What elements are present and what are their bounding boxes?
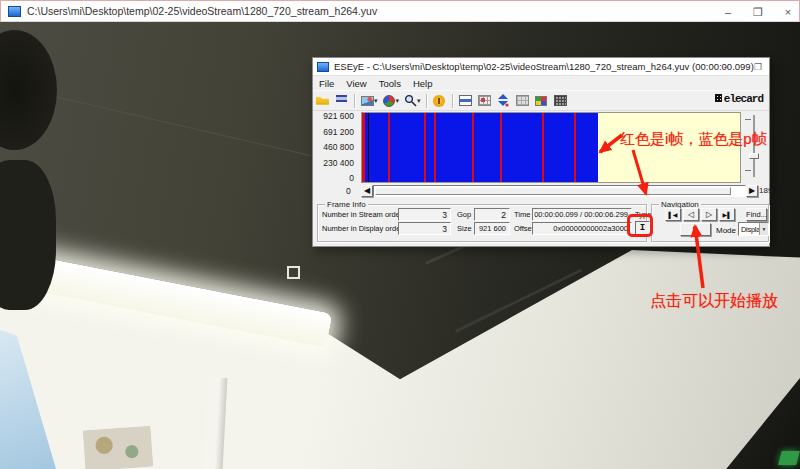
display-order-label: Number in Display order [322, 224, 403, 233]
p-frames-region [362, 113, 598, 182]
size-value: 921 600 [474, 222, 510, 235]
video-person-shoulder [0, 160, 56, 310]
gop-label: Gop [457, 210, 471, 219]
video-poster [83, 426, 154, 469]
i-frame-line [362, 113, 365, 182]
color-wheel-icon [383, 95, 395, 107]
grid-gray-icon [516, 95, 529, 106]
y-tick-label: 460 800 [323, 143, 354, 152]
i-frame-line [574, 113, 576, 182]
maximize-button[interactable]: ❐ [745, 1, 771, 23]
display-order-value: 3 [398, 222, 451, 235]
time-label: Time [514, 210, 530, 219]
back-window-title: C:\Users\mi\Desktop\temp\02-25\videoStre… [27, 5, 377, 17]
menu-help[interactable]: Help [407, 78, 439, 89]
eseye-app-icon [317, 62, 329, 72]
chevron-down-icon[interactable]: ▾ [396, 97, 400, 105]
gop-value: 2 [474, 208, 510, 221]
y-tick-label: 0 [349, 174, 354, 183]
i-frame-line [388, 113, 390, 182]
menu-view[interactable]: View [340, 78, 372, 89]
stream-order-label: Number in Stream order [322, 210, 402, 219]
i-frame-line [424, 113, 426, 182]
mode-value: Display [739, 225, 759, 234]
toolbar-separator [426, 94, 427, 108]
pan-icon[interactable] [494, 92, 513, 109]
eseye-window: ESEyE - C:\Users\mi\Desktop\temp\02-25\v… [312, 57, 770, 247]
time-value: 00:00:00.099 / 00:00:06.299 [532, 208, 632, 221]
scroll-right-button[interactable]: ▶ [746, 185, 758, 197]
eseye-toolbar: ▾ ▾ ▾ [313, 90, 769, 111]
split-view-icon[interactable] [456, 92, 475, 109]
offset-label: Offset [514, 224, 534, 233]
info-circle-icon [433, 95, 445, 107]
eseye-maximize-button[interactable]: ❐ [749, 58, 767, 76]
desktop: C:\Users\mi\Desktop\temp\02-25\videoStre… [0, 0, 800, 469]
color-blocks-icon[interactable] [532, 92, 551, 109]
dense-grid-icon [554, 95, 567, 106]
x-axis-start-label: 0 [346, 186, 351, 196]
frame-info-group: Frame Info Number in Stream order 3 Gop … [317, 204, 647, 242]
back-window-titlebar: C:\Users\mi\Desktop\temp\02-25\videoStre… [0, 0, 800, 22]
stream-order-value: 3 [398, 208, 451, 221]
go-last-button[interactable]: ▶▌ [719, 208, 735, 221]
folder-icon [316, 95, 329, 106]
blocks-view-icon[interactable] [513, 92, 532, 109]
video-selection-square [287, 266, 300, 279]
size-label: Size [457, 224, 472, 233]
video-exit-sign [778, 451, 800, 465]
find-button[interactable]: Find... [746, 208, 767, 221]
y-tick-label: 921 600 [323, 112, 354, 121]
mode-combobox[interactable]: Display ▼ [738, 222, 769, 236]
grid-red-icon [478, 95, 491, 106]
annotation-frames-note: 红色是i帧，蓝色是p帧 [620, 130, 767, 149]
floppy-icon [336, 95, 347, 106]
split-icon [459, 95, 472, 106]
eseye-minimize-button[interactable]: – [717, 58, 735, 76]
close-button[interactable]: × [775, 1, 800, 23]
i-frame-line [434, 113, 436, 182]
navigation-group: Navigation ▌◀ ◁ ▷ ▶▌ Find... D Mode Disp… [651, 204, 769, 242]
eseye-titlebar[interactable]: ESEyE - C:\Users\mi\Desktop\temp\02-25\v… [313, 58, 769, 76]
annotation-play-note: 点击可以开始播放 [650, 291, 778, 312]
display-mode-button[interactable]: D [680, 223, 711, 236]
y-tick-label: 691 200 [323, 128, 354, 137]
offset-value: 0x00000000002a3000 [532, 222, 632, 235]
scrollbar-thumb[interactable] [375, 187, 731, 195]
grid-overlay-icon[interactable] [475, 92, 494, 109]
frame-info-group-label: Frame Info [325, 200, 368, 209]
slider-thumb[interactable] [749, 153, 759, 159]
elecard-logo: elecard [715, 93, 763, 105]
open-file-icon[interactable] [313, 92, 332, 109]
y-tick-label: 230 400 [323, 159, 354, 168]
x-axis-end-label: 189 [759, 186, 772, 195]
i-frame-line [542, 113, 544, 182]
go-first-button[interactable]: ▌◀ [665, 208, 681, 221]
picture-icon [361, 96, 374, 106]
frame-chart-y-axis: 921 600691 200460 800230 4000 [313, 112, 357, 183]
menu-file[interactable]: File [313, 78, 340, 89]
scroll-left-button[interactable]: ◀ [361, 185, 373, 197]
info-icon[interactable] [430, 92, 449, 109]
i-frame-line [500, 113, 502, 182]
combo-arrow-icon[interactable]: ▼ [759, 223, 768, 235]
current-frame-cursor[interactable] [368, 113, 369, 182]
mode-label: Mode [716, 226, 736, 235]
toolbar-separator [452, 94, 453, 108]
menu-tools[interactable]: Tools [373, 78, 407, 89]
move-vertical-icon [497, 94, 509, 107]
eseye-menubar: File View Tools Help [313, 76, 769, 90]
app-icon [8, 6, 21, 17]
step-back-button[interactable]: ◁ [683, 208, 699, 221]
save-icon[interactable] [332, 92, 351, 109]
toolbar-separator [354, 94, 355, 108]
timeline-scrollbar[interactable] [373, 185, 746, 197]
minimize-button[interactable]: – [715, 1, 741, 23]
chevron-down-icon[interactable]: ▾ [374, 97, 378, 105]
magnifier-icon [404, 94, 417, 107]
annotation-highlight-rect [627, 214, 653, 237]
chevron-down-icon[interactable]: ▾ [417, 97, 421, 105]
matrix-view-icon[interactable] [551, 92, 570, 109]
eseye-title: ESEyE - C:\Users\mi\Desktop\temp\02-25\v… [334, 61, 754, 72]
play-button[interactable]: ▷ [701, 208, 717, 221]
